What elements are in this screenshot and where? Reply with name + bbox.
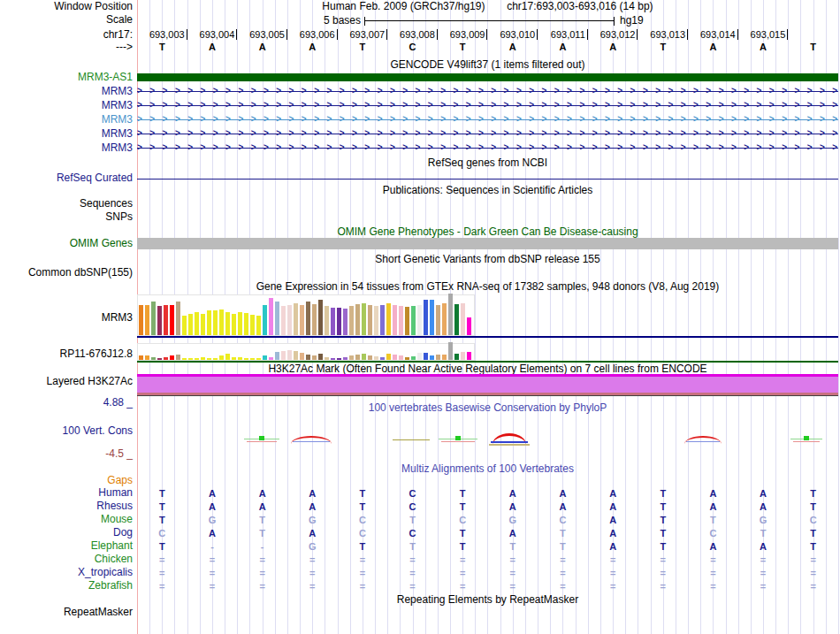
gtex-track-title[interactable]: Gene Expression in 54 tissues from GTEx … [137, 281, 838, 293]
transcript-row[interactable]: >>>>>>>>>>>>>>>>>>>>>>>>>>>>>>>>>>>>>>>>… [137, 100, 838, 111]
gtex-tissue-bar [454, 304, 459, 335]
alignment-base: - [187, 540, 238, 554]
rp11-tissue-bar [368, 355, 372, 360]
ruler-tick[interactable]: 693,009 [438, 29, 488, 42]
transcript-label-mrm3[interactable]: MRM3 [0, 128, 133, 140]
layered-h3k27ac-label[interactable]: Layered H3K27Ac [0, 376, 133, 387]
ruler-tick[interactable]: 693,015 [738, 29, 789, 42]
conservation-track-label[interactable]: 100 Vert. Cons [0, 425, 133, 437]
gtex-gene-label[interactable]: MRM3 [0, 312, 133, 324]
reference-base: A [187, 42, 238, 54]
reference-base: A [688, 42, 738, 54]
transcript-row[interactable]: >>>>>>>>>>>>>>>>>>>>>>>>>>>>>>>>>>>>>>>>… [137, 86, 838, 96]
scale-value: 5 bases [137, 14, 361, 27]
alignment-base: A [237, 487, 287, 500]
mrm3-as1-gene-bar[interactable] [137, 73, 838, 81]
transcript-label-mrm3[interactable]: MRM3 [0, 142, 133, 154]
multiz-track-title[interactable]: Multiz Alignments of 100 Vertebrates [137, 463, 838, 475]
alignment-base: = [688, 567, 738, 580]
ruler-tick[interactable]: 693,006 [287, 29, 338, 42]
ruler-tick[interactable]: 693,007 [338, 29, 388, 42]
transcript-direction-arrows: >>>>>>>>>>>>>>>>>>>>>>>>>>>>>>>>>>>>>>>>… [137, 100, 838, 111]
refseq-track-title[interactable]: RefSeq genes from NCBI [137, 157, 838, 169]
repeatmasker-track-title[interactable]: Repeating Elements by RepeatMasker [137, 594, 838, 606]
rp11-tissue-bar [411, 356, 416, 360]
gtex-tissue-bar [424, 300, 428, 335]
species-label-rhesus[interactable]: Rhesus [0, 500, 133, 512]
species-label-mouse[interactable]: Mouse [0, 514, 133, 525]
ruler-tick[interactable]: 693,008 [387, 29, 438, 42]
snps-label[interactable]: SNPs [0, 211, 133, 223]
rp11-tissue-bar [201, 357, 205, 360]
ruler-tick[interactable]: 693,003 [137, 29, 187, 42]
alignment-base: = [488, 567, 538, 580]
rp11-tissue-bar [182, 358, 187, 360]
gtex-gene2-label[interactable]: RP11-676J12.8 [0, 348, 133, 360]
h3k27ac-signal-block[interactable] [137, 377, 838, 393]
ruler-tick[interactable]: 693,004 [187, 29, 238, 42]
alignment-base: = [738, 580, 789, 593]
transcript-label-mrm3[interactable]: MRM3 [0, 114, 133, 126]
species-label-human[interactable]: Human [0, 487, 133, 499]
ruler-tick[interactable]: 693,012 [588, 29, 638, 42]
species-label-dog[interactable]: Dog [0, 527, 133, 539]
gtex-tissue-bar [306, 302, 310, 335]
gtex-tissue-bar [405, 307, 409, 335]
gtex-tissue-bar [430, 300, 434, 335]
gtex-tissue-bar [436, 305, 440, 335]
rp11-tissue-bar [269, 357, 273, 360]
ruler-tick[interactable]: 693,005 [237, 29, 287, 42]
gene-label-mrm3-as1[interactable]: MRM3-AS1 [0, 72, 133, 83]
omim-track-title[interactable]: OMIM Gene Phenotypes - Dark Green Can Be… [137, 226, 838, 238]
alignment-base: T [387, 514, 438, 527]
alignment-base: A [738, 540, 789, 554]
rp11-tissue-bar [417, 353, 422, 360]
species-label-elephant[interactable]: Elephant [0, 540, 133, 552]
alignment-base: T [237, 527, 287, 540]
alignment-base: = [638, 554, 688, 567]
publications-track-title[interactable]: Publications: Sequences in Scientific Ar… [137, 185, 838, 196]
dbsnp-track-title[interactable]: Short Genetic Variants from dbSNP releas… [137, 254, 838, 265]
alignment-base: A [187, 500, 238, 514]
gencode-track-title[interactable]: GENCODE V49lift37 (1 items filtered out) [137, 59, 838, 71]
gaps-label[interactable]: Gaps [0, 475, 133, 486]
rp11-tissue-bar [250, 358, 255, 360]
common-dbsnp-label[interactable]: Common dbSNP(155) [0, 267, 133, 279]
rp11-tissue-bar [176, 355, 180, 360]
sequences-label[interactable]: Sequences [0, 198, 133, 210]
refseq-curated-line[interactable] [137, 179, 838, 180]
gtex-expression-chart[interactable] [137, 294, 475, 336]
ruler-tick[interactable]: 693,013 [638, 29, 688, 42]
species-label-x_tropicalis[interactable]: X_tropicalis [0, 567, 133, 578]
alignment-base: A [738, 487, 789, 500]
omim-genes-label[interactable]: OMIM Genes [0, 238, 133, 249]
species-label-chicken[interactable]: Chicken [0, 554, 133, 565]
alignment-base: = [338, 567, 388, 580]
ruler-tick[interactable]: 693,010 [488, 29, 538, 42]
ruler-tick[interactable]: 693,011 [538, 29, 588, 42]
transcript-label-mrm3[interactable]: MRM3 [0, 100, 133, 111]
refseq-curated-label[interactable]: RefSeq Curated [0, 172, 133, 184]
rp11-tissue-bar [275, 352, 279, 360]
transcript-row[interactable]: >>>>>>>>>>>>>>>>>>>>>>>>>>>>>>>>>>>>>>>>… [137, 114, 838, 125]
rp11-tissue-bar [164, 357, 168, 360]
species-label-zebrafish[interactable]: Zebrafish [0, 580, 133, 592]
rp11-tissue-bar [281, 351, 286, 360]
ruler-tick[interactable]: 693,014 [688, 29, 738, 42]
alignment-base: = [438, 580, 488, 593]
transcript-label-mrm3[interactable]: MRM3 [0, 86, 133, 97]
omim-genes-bar[interactable] [137, 238, 838, 249]
rp11-tissue-bar [355, 355, 360, 360]
alignment-base: A [538, 487, 588, 500]
gtex-tissue-bar [300, 305, 304, 335]
strand-direction-label[interactable]: ---> [0, 42, 133, 53]
phylop-mark [439, 433, 477, 446]
repeatmasker-label[interactable]: RepeatMasker [0, 607, 133, 618]
gtex-tissue-bar [151, 302, 156, 335]
transcript-row[interactable]: >>>>>>>>>>>>>>>>>>>>>>>>>>>>>>>>>>>>>>>>… [137, 128, 838, 139]
transcript-row[interactable]: >>>>>>>>>>>>>>>>>>>>>>>>>>>>>>>>>>>>>>>>… [137, 142, 838, 153]
rp11-tissue-bar [287, 350, 292, 360]
alignment-base: T [788, 500, 838, 514]
phylop-track-title[interactable]: 100 vertebrates Basewise Conservation by… [137, 402, 838, 414]
rp11-expression-chart[interactable] [137, 343, 475, 361]
